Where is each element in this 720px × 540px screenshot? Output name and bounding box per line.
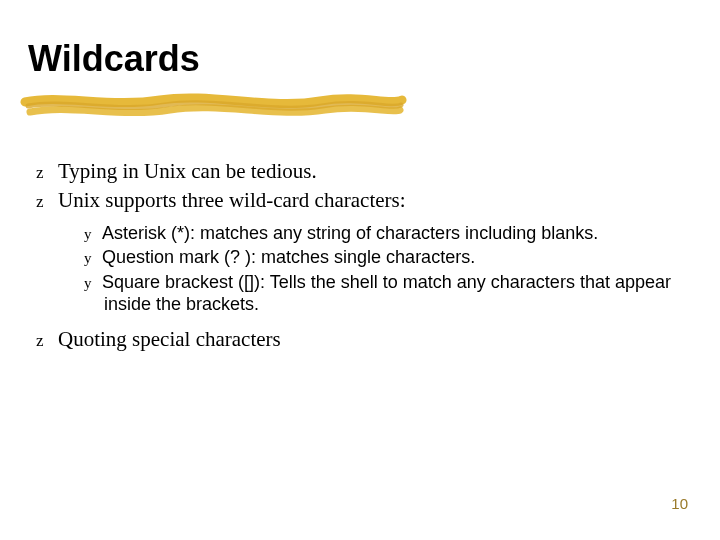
bullet-level1: zUnix supports three wild-card character… [36,187,680,213]
bullet-level2: yAsterisk (*): matches any string of cha… [84,222,680,245]
bullet-level2: yQuestion mark (? ): matches single char… [84,246,680,269]
bullet-level1: zTyping in Unix can be tedious. [36,158,680,184]
bullet-glyph-z-icon: z [36,162,58,183]
slide-body: zTyping in Unix can be tedious. zUnix su… [36,158,680,355]
bullet-text: Square brackest ([]): Tells the shell to… [102,272,671,315]
bullet-level2: ySquare brackest ([]): Tells the shell t… [84,271,680,316]
bullet-glyph-z-icon: z [36,330,58,351]
title-underline-graphic [20,88,410,124]
bullet-level1: zQuoting special characters [36,326,680,352]
sub-bullet-group: yAsterisk (*): matches any string of cha… [84,222,680,316]
bullet-text: Typing in Unix can be tedious. [58,159,317,183]
bullet-text: Unix supports three wild-card characters… [58,188,406,212]
bullet-glyph-z-icon: z [36,191,58,212]
bullet-text: Quoting special characters [58,327,281,351]
bullet-glyph-y-icon: y [84,249,102,268]
bullet-text: Asterisk (*): matches any string of char… [102,223,598,243]
bullet-text: Question mark (? ): matches single chara… [102,247,475,267]
slide-title: Wildcards [28,38,200,80]
slide: Wildcards zTyping in Unix can be tedious… [0,0,720,540]
bullet-glyph-y-icon: y [84,274,102,293]
page-number: 10 [671,495,688,512]
bullet-glyph-y-icon: y [84,225,102,244]
